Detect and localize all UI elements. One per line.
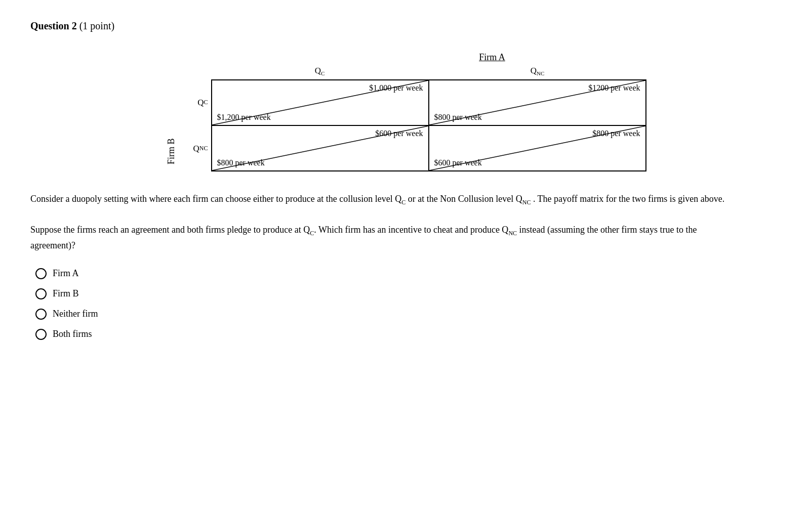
firm-b-label: Firm B — [166, 73, 177, 164]
radio-firm-a[interactable] — [35, 268, 47, 279]
cell-qnc-qnc: $800 per week $600 per week — [429, 125, 646, 171]
question-title: Question 2 (1 point) — [30, 20, 782, 32]
payoff-matrix-section: Firm A Firm B QC QNC — [30, 52, 782, 171]
col-headers-row: QC QNC — [211, 66, 646, 78]
option-firm-b-label: Firm B — [53, 288, 79, 299]
question-text: Suppose the firms reach an agreement and… — [30, 223, 739, 253]
option-firm-b[interactable]: Firm B — [35, 288, 782, 299]
option-neither-firm-label: Neither firm — [53, 309, 98, 319]
option-both-firms-label: Both firms — [53, 329, 92, 339]
firm-a-label: Firm A — [479, 52, 505, 63]
table-row-qnc: $600 per week $800 per week — [212, 125, 646, 171]
option-both-firms[interactable]: Both firms — [35, 329, 782, 340]
payoff-table: $1,000 per week $1,200 per week — [211, 79, 646, 171]
cell-qc-qnc: $1200 per week $800 per week — [429, 80, 646, 125]
row-labels: QC QNC — [181, 79, 211, 171]
cell-qc-qc-top: $1,000 per week — [369, 83, 423, 93]
question-number: Question 2 — [30, 20, 77, 31]
cell-qc-qc: $1,000 per week $1,200 per week — [212, 80, 429, 125]
row-label-qnc: QNC — [181, 126, 211, 171]
cell-qnc-qnc-top: $800 per week — [592, 129, 640, 138]
question-points: (1 point) — [79, 20, 114, 31]
cell-qnc-qc: $600 per week $800 per week — [212, 125, 429, 171]
question-container: Question 2 (1 point) Firm A Firm B QC — [30, 20, 782, 340]
cell-qc-qnc-top: $1200 per week — [588, 83, 640, 93]
option-neither-firm[interactable]: Neither firm — [35, 309, 782, 320]
row-label-qc: QC — [181, 80, 211, 125]
cell-qnc-qc-bottom: $800 per week — [217, 158, 265, 167]
cell-qc-qnc-bottom: $800 per week — [434, 113, 482, 122]
matrix-body: QC QNC QC QNC — [181, 66, 646, 171]
col-header-qc: QC — [211, 66, 429, 76]
option-firm-a[interactable]: Firm A — [35, 268, 782, 279]
cell-qnc-qc-top: $600 per week — [375, 129, 423, 138]
option-firm-a-label: Firm A — [53, 268, 79, 279]
radio-neither-firm[interactable] — [35, 309, 47, 320]
matrix-wrapper: Firm B QC QNC QC — [166, 66, 646, 171]
answer-options: Firm A Firm B Neither firm Both firms — [35, 268, 782, 340]
table-row-qc: $1,000 per week $1,200 per week — [212, 80, 646, 125]
col-header-qnc: QNC — [429, 66, 646, 76]
radio-firm-b[interactable] — [35, 288, 47, 299]
cell-qc-qc-bottom: $1,200 per week — [217, 113, 271, 122]
cell-qnc-qnc-bottom: $600 per week — [434, 158, 482, 167]
table-with-row-labels: QC QNC $1,000 per — [181, 79, 646, 171]
radio-both-firms[interactable] — [35, 329, 47, 340]
description-text: Consider a duopoly setting with where ea… — [30, 192, 739, 207]
